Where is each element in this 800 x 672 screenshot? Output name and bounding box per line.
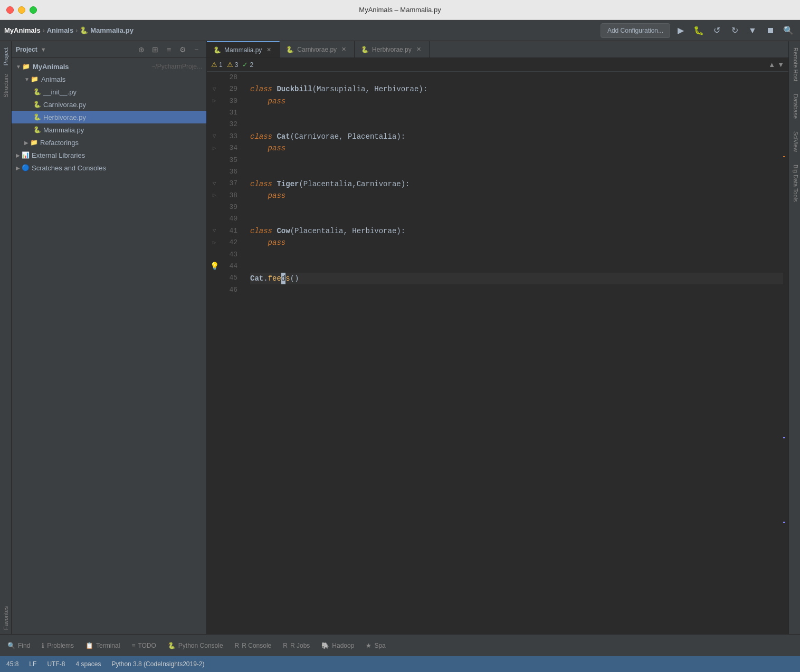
gutter-43 [207, 249, 222, 261]
gutter-fold-34[interactable]: ▷ [207, 142, 222, 154]
code-line-42: pass [250, 237, 783, 248]
add-configuration-button[interactable]: Add Configuration... [601, 23, 670, 38]
line-num-37: 37 [222, 178, 243, 190]
next-inspection-button[interactable]: ▼ [777, 61, 784, 69]
settings-button[interactable]: ⚙ [177, 44, 188, 55]
breadcrumb-file[interactable]: Mammalia.py [90, 26, 134, 34]
tree-item-animals[interactable]: ▼ 📁 Animals [12, 73, 206, 85]
warning-count[interactable]: ⚠ 1 [211, 61, 223, 69]
chevron-animals: ▼ [24, 76, 30, 82]
tab-mammalia[interactable]: 🐍 Mammalia.py ✕ [207, 41, 280, 57]
tab-python-console[interactable]: 🐍 Python Console [163, 638, 228, 653]
main-layout: Project Structure Favorites Project ▼ ⊕ … [0, 41, 800, 634]
line-num-46: 46 [222, 284, 243, 296]
file-tree-title: Project [16, 46, 37, 53]
comma-37: , [352, 178, 356, 190]
run-button[interactable]: ▶ [673, 23, 688, 38]
prev-inspection-button[interactable]: ▲ [768, 61, 775, 69]
sidebar-item-remote-host[interactable]: Remote Host [789, 41, 800, 88]
chevron-refactorings: ▶ [24, 140, 28, 146]
tab-todo[interactable]: ≡ TODO [126, 638, 161, 653]
status-position[interactable]: 45:8 [6, 660, 18, 668]
tree-item-init[interactable]: 🐍 __init__.py [12, 85, 206, 98]
dot-45: . [263, 273, 268, 284]
status-python-version[interactable]: Python 3.8 (CodeInsights2019-2) [111, 660, 204, 668]
editor-scrollbar-track[interactable] [783, 72, 788, 634]
sidebar-item-project[interactable]: Project [2, 43, 10, 70]
tab-close-mammalia[interactable]: ✕ [265, 46, 273, 54]
code-content[interactable]: class Duckbill(Marsupialia, Herbivorae):… [248, 72, 783, 634]
python-console-icon: 🐍 [168, 642, 176, 649]
tab-herbivorae[interactable]: 🐍 Herbivorae.py ✕ [355, 41, 430, 57]
file-tree-dropdown-icon[interactable]: ▼ [41, 46, 46, 53]
tab-icon-mammalia: 🐍 [213, 46, 221, 54]
gutter-28 [207, 72, 222, 83]
line-num-28: 28 [222, 72, 243, 83]
expand-all-button[interactable]: ⊞ [149, 44, 161, 55]
breadcrumb-project[interactable]: MyAnimals [4, 26, 41, 34]
gutter-44-bulb[interactable]: 💡 [207, 261, 222, 272]
sidebar-item-favorites[interactable]: Favorites [2, 602, 10, 634]
debug-button[interactable]: 🐛 [691, 23, 706, 38]
sidebar-item-bigdata[interactable]: Big Data Tools [789, 158, 800, 208]
status-line-ending[interactable]: LF [29, 660, 36, 668]
gutter-fold-30[interactable]: ▷ [207, 95, 222, 107]
tab-problems[interactable]: ℹ Problems [36, 638, 79, 653]
line-num-33: 33 [222, 131, 243, 142]
status-indent[interactable]: 4 spaces [75, 660, 101, 668]
tab-hadoop[interactable]: 🐘 Hadoop [316, 638, 359, 653]
tab-carnivorae[interactable]: 🐍 Carnivorae.py ✕ [280, 41, 355, 57]
collapse-all-button[interactable]: ⊕ [136, 44, 147, 55]
scroll-from-source-button[interactable]: ≡ [163, 44, 175, 55]
tree-item-myanimals[interactable]: ▼ 📁 MyAnimals ~/PycharmProje... [12, 60, 206, 73]
code-s-45: s [285, 273, 290, 284]
tree-item-label-init: __init__.py [43, 88, 202, 96]
error-count[interactable]: ⚠ 3 [227, 61, 239, 69]
tab-spa[interactable]: ★ Spa [360, 638, 391, 653]
minimize-window-button[interactable] [18, 6, 25, 14]
code-editor[interactable]: ▽ ▷ ▽ ▷ ▽ ▷ ▽ ▷ 💡 28 [207, 72, 788, 634]
minimize-tree-button[interactable]: − [191, 44, 202, 55]
gutter-fold-33[interactable]: ▽ [207, 131, 222, 142]
sidebar-item-database[interactable]: Database [789, 88, 800, 125]
gutter-fold-29[interactable]: ▽ [207, 83, 222, 95]
parens-45: () [290, 273, 299, 284]
paren-close-29: ): [418, 83, 427, 95]
tab-r-jobs[interactable]: R R Jobs [278, 638, 315, 653]
rerun-button[interactable]: ↺ [709, 23, 724, 38]
sidebar-item-sciview[interactable]: SciView [789, 125, 800, 158]
inspection-navigation: ▲ ▼ [768, 61, 784, 69]
tree-item-label-carnivorae: Carnivorae.py [43, 101, 202, 109]
code-line-43 [250, 249, 783, 261]
maximize-window-button[interactable] [30, 6, 37, 14]
search-everywhere-button[interactable]: 🔍 [781, 23, 796, 38]
tab-r-console[interactable]: R R Console [230, 638, 277, 653]
editor-container: 🐍 Mammalia.py ✕ 🐍 Carnivorae.py ✕ 🐍 Herb… [207, 41, 788, 634]
tab-close-carnivorae[interactable]: ✕ [340, 45, 348, 53]
stop-button[interactable]: ⏹ [763, 23, 778, 38]
tab-terminal[interactable]: 📋 Terminal [80, 638, 125, 653]
tree-item-extlibs[interactable]: ▶ 📊 External Libraries [12, 149, 206, 161]
tree-item-mammalia[interactable]: 🐍 Mammalia.py [12, 123, 206, 136]
gutter-fold-42[interactable]: ▷ [207, 237, 222, 248]
tab-find[interactable]: 🔍 Find [2, 638, 35, 653]
breadcrumb-folder[interactable]: Animals [47, 26, 74, 34]
status-encoding[interactable]: UTF-8 [47, 660, 65, 668]
param-37a: Placentalia [303, 178, 352, 190]
run-with-coverage-button[interactable]: ↻ [727, 23, 742, 38]
sidebar-item-structure[interactable]: Structure [2, 70, 10, 102]
todo-icon: ≡ [131, 642, 135, 649]
tab-close-herbivorae[interactable]: ✕ [415, 45, 423, 53]
gutter-fold-41[interactable]: ▽ [207, 225, 222, 237]
close-window-button[interactable] [6, 6, 14, 14]
gutter-fold-38[interactable]: ▷ [207, 190, 222, 201]
tree-item-scratches[interactable]: ▶ 🔵 Scratches and Consoles [12, 161, 206, 174]
check-count[interactable]: ✓ 2 [242, 61, 253, 69]
run-dropdown-button[interactable]: ▼ [745, 23, 760, 38]
tab-label-mammalia: Mammalia.py [224, 46, 262, 54]
gutter-fold-37[interactable]: ▽ [207, 178, 222, 190]
tab-spa-label: Spa [374, 642, 385, 649]
tree-item-carnivorae[interactable]: 🐍 Carnivorae.py [12, 98, 206, 111]
tree-item-herbivorae[interactable]: 🐍 Herbivorae.py [12, 111, 206, 123]
tree-item-refactorings[interactable]: ▶ 📁 Refactorings [12, 136, 206, 149]
